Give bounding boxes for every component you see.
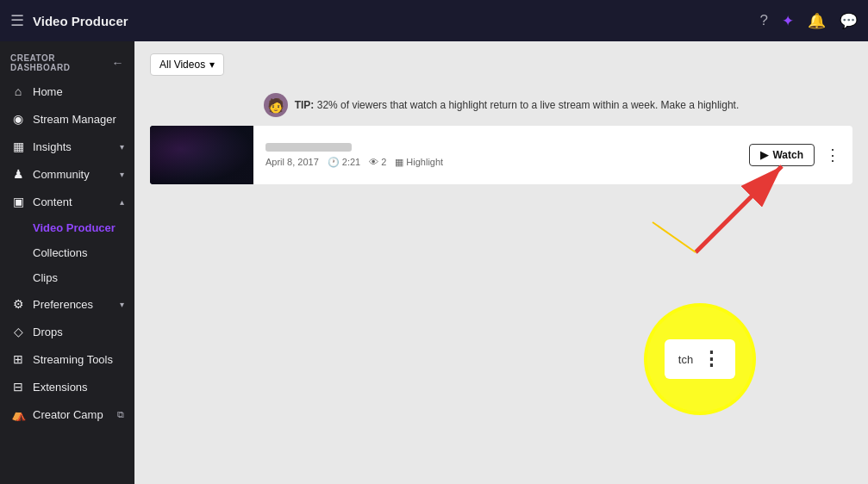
video-meta: April 8, 2017 🕐 2:21 👁 2 ▦ Highlight xyxy=(265,157,737,168)
community-chevron: ▾ xyxy=(120,170,124,179)
sidebar-content-label: Content xyxy=(33,195,72,208)
help-icon[interactable]: ? xyxy=(760,12,768,29)
sidebar-home-label: Home xyxy=(33,85,63,98)
zoom-content: tch ⋮ xyxy=(665,339,735,379)
tip-avatar: 🧑 xyxy=(264,93,288,117)
bell-icon[interactable]: 🔔 xyxy=(808,12,826,30)
watch-button[interactable]: ▶ Watch xyxy=(749,144,815,166)
preferences-icon: ⚙ xyxy=(10,297,26,311)
sidebar-item-preferences[interactable]: ⚙ Preferences ▾ xyxy=(0,290,134,318)
content-chevron: ▴ xyxy=(120,197,124,207)
insights-chevron: ▾ xyxy=(120,142,124,152)
topbar-right: ? ✦ 🔔 💬 xyxy=(760,12,858,30)
dropdown-arrow-icon: ▾ xyxy=(209,59,215,71)
dashboard-label: CREATOR DASHBOARD xyxy=(10,53,112,72)
sidebar-item-home-left: ⌂ Home xyxy=(10,84,63,98)
creator-camp-icon: ⛺ xyxy=(10,407,26,421)
all-videos-dropdown[interactable]: All Videos ▾ xyxy=(150,53,224,76)
insights-icon: ▦ xyxy=(10,140,26,153)
content-area: All Videos ▾ 🧑 TIP: 32% of viewers that … xyxy=(134,41,868,484)
type-icon: ▦ xyxy=(395,157,403,168)
clock-icon: 🕐 xyxy=(328,157,340,168)
sidebar-community-label: Community xyxy=(33,168,90,181)
topbar-left: ☰ Video Producer xyxy=(10,11,752,30)
sidebar-item-collections[interactable]: Collections xyxy=(0,240,134,265)
sidebar-item-content[interactable]: ▣ Content ▴ xyxy=(0,188,134,215)
sidebar-item-community[interactable]: ♟ Community ▾ xyxy=(0,160,134,188)
filter-bar: All Videos ▾ xyxy=(134,41,868,88)
content-icon: ▣ xyxy=(10,195,26,208)
sidebar-item-insights[interactable]: ▦ Insights ▾ xyxy=(0,133,134,160)
sidebar-item-creator-camp-left: ⛺ Creator Camp xyxy=(10,407,103,421)
sidebar-item-streaming-tools[interactable]: ⊞ Streaming Tools xyxy=(0,345,134,373)
video-info: April 8, 2017 🕐 2:21 👁 2 ▦ Highlight xyxy=(253,134,749,177)
sidebar-extensions-label: Extensions xyxy=(33,381,88,394)
sidebar-item-insights-left: ▦ Insights xyxy=(10,140,72,153)
sidebar-back-icon[interactable]: ← xyxy=(112,56,125,70)
video-duration: 🕐 2:21 xyxy=(328,157,360,168)
sidebar-drops-label: Drops xyxy=(33,326,63,338)
thumbnail-overlay xyxy=(150,126,253,184)
play-icon: ▶ xyxy=(760,149,768,161)
sidebar-insights-label: Insights xyxy=(33,140,72,153)
sidebar-stream-manager-label: Stream Manager xyxy=(33,113,116,126)
sidebar-streaming-tools-label: Streaming Tools xyxy=(33,353,113,366)
sidebar-item-content-left: ▣ Content xyxy=(10,195,72,208)
zoom-more-dots: ⋮ xyxy=(702,348,721,370)
sidebar-section-header: CREATOR DASHBOARD ← xyxy=(0,41,134,78)
sidebar-item-stream-manager[interactable]: ◉ Stream Manager xyxy=(0,105,134,133)
sidebar-item-extensions-left: ⊟ Extensions xyxy=(10,380,88,394)
sidebar-item-community-left: ♟ Community xyxy=(10,167,90,181)
sidebar-item-creator-camp[interactable]: ⛺ Creator Camp ⧉ xyxy=(0,400,134,428)
sidebar-video-producer-label: Video Producer xyxy=(33,221,116,234)
watch-label: Watch xyxy=(772,149,803,161)
sidebar-item-clips[interactable]: Clips xyxy=(0,265,134,290)
sidebar-item-preferences-left: ⚙ Preferences xyxy=(10,297,93,311)
zoom-watch-partial: tch xyxy=(678,353,693,366)
video-title-placeholder xyxy=(265,143,352,152)
video-views: 👁 2 xyxy=(369,157,386,167)
sidebar-item-drops-left: ◇ Drops xyxy=(10,325,63,338)
thumbnail-image xyxy=(150,126,253,184)
sidebar-item-extensions[interactable]: ⊟ Extensions xyxy=(0,373,134,400)
topbar: ☰ Video Producer ? ✦ 🔔 💬 xyxy=(0,0,868,41)
hamburger-icon[interactable]: ☰ xyxy=(10,11,24,30)
home-icon: ⌂ xyxy=(10,84,26,98)
video-actions: ▶ Watch ⋮ xyxy=(749,144,852,166)
zoom-overlay: tch ⋮ xyxy=(644,303,756,415)
all-videos-label: All Videos xyxy=(159,59,205,71)
sidebar-clips-label: Clips xyxy=(33,271,58,284)
sidebar-item-stream-manager-left: ◉ Stream Manager xyxy=(10,112,116,126)
sidebar-item-streaming-tools-left: ⊞ Streaming Tools xyxy=(10,352,113,366)
video-thumbnail xyxy=(150,126,253,184)
video-type: ▦ Highlight xyxy=(395,157,443,168)
sidebar-item-drops[interactable]: ◇ Drops xyxy=(0,318,134,345)
sidebar: CREATOR DASHBOARD ← ⌂ Home ◉ Stream Mana… xyxy=(0,41,134,484)
crown-icon[interactable]: ✦ xyxy=(782,12,794,30)
tip-banner: 🧑 TIP: 32% of viewers that watch a highl… xyxy=(134,88,868,126)
external-link-icon: ⧉ xyxy=(117,409,124,420)
chat-icon[interactable]: 💬 xyxy=(840,12,858,30)
more-options-button[interactable]: ⋮ xyxy=(821,144,844,166)
sidebar-creator-camp-label: Creator Camp xyxy=(33,408,103,421)
tip-text: TIP: 32% of viewers that watch a highlig… xyxy=(295,99,740,111)
drops-icon: ◇ xyxy=(10,325,26,338)
streaming-tools-icon: ⊞ xyxy=(10,352,26,366)
app-title: Video Producer xyxy=(33,14,128,28)
avatar-image: 🧑 xyxy=(267,97,284,114)
eye-icon: 👁 xyxy=(369,157,378,167)
sidebar-collections-label: Collections xyxy=(33,246,88,259)
stream-manager-icon: ◉ xyxy=(10,112,26,126)
video-item: April 8, 2017 🕐 2:21 👁 2 ▦ Highlight xyxy=(150,126,852,184)
main-layout: CREATOR DASHBOARD ← ⌂ Home ◉ Stream Mana… xyxy=(0,41,868,484)
sidebar-item-video-producer[interactable]: Video Producer xyxy=(0,215,134,240)
svg-line-2 xyxy=(653,222,696,252)
community-icon: ♟ xyxy=(10,167,26,181)
sidebar-preferences-label: Preferences xyxy=(33,298,93,311)
video-date: April 8, 2017 xyxy=(265,157,319,167)
preferences-chevron: ▾ xyxy=(120,300,124,309)
sidebar-item-home[interactable]: ⌂ Home xyxy=(0,78,134,105)
extensions-icon: ⊟ xyxy=(10,380,26,394)
